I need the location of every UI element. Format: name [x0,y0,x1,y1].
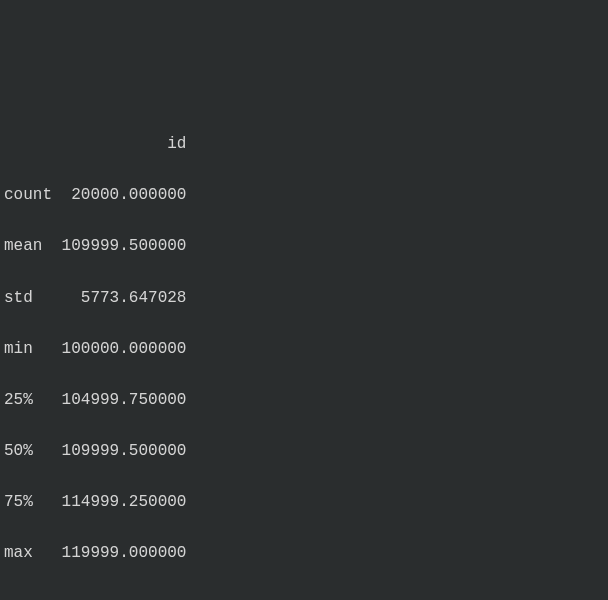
separator-line: ----------------------------------------… [4,593,604,600]
describe-row: mean 109999.500000 [4,234,604,260]
terminal-output: id count 20000.000000 mean 109999.500000… [4,106,604,600]
describe-row: std 5773.647028 [4,286,604,312]
describe-row: count 20000.000000 [4,183,604,209]
describe-row: 50% 109999.500000 [4,439,604,465]
describe-row: max 119999.000000 [4,541,604,567]
describe-header: id [4,132,604,158]
describe-row: 25% 104999.750000 [4,388,604,414]
describe-row: 75% 114999.250000 [4,490,604,516]
describe-row: min 100000.000000 [4,337,604,363]
